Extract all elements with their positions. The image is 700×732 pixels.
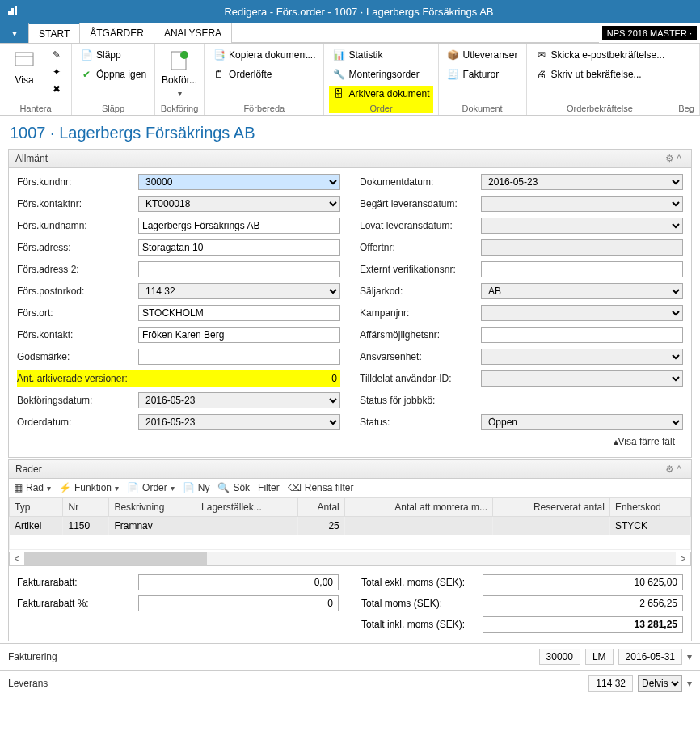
input-fors-postnrkod[interactable]: 114 32 (138, 283, 340, 299)
ribbon-monteringsorder[interactable]: 🔧Monteringsorder (329, 66, 432, 83)
svg-rect-4 (15, 53, 33, 66)
col-enhetskod[interactable]: Enhetskod (609, 498, 690, 517)
scroll-right-icon[interactable]: > (676, 553, 690, 565)
show-less-fields[interactable]: Visa färre fält (17, 431, 683, 452)
input-saljarkod[interactable]: AB (481, 283, 683, 299)
assembly-icon: 🔧 (332, 68, 345, 81)
col-antal[interactable]: Antal (297, 498, 344, 517)
input-fors-adress2[interactable] (138, 261, 340, 277)
toolbar-filter[interactable]: Filter (258, 482, 280, 493)
toolbar-order[interactable]: 📄Order (127, 482, 175, 493)
input-orderdatum[interactable]: 2016-05-23 (138, 414, 340, 430)
ribbon-utleveranser[interactable]: 📦Utleveranser (444, 47, 521, 63)
chevron-down-icon[interactable]: ▾ (687, 651, 692, 662)
ribbon-new[interactable]: ✦ (47, 64, 66, 80)
input-ansvarsenhet[interactable] (481, 349, 683, 365)
ribbon-kopiera-dokument[interactable]: 📑Kopiera dokument... (209, 47, 318, 63)
label-begart-leveransdatum: Begärt leveransdatum: (360, 198, 481, 209)
input-bokforingsdatum[interactable]: 2016-05-23 (138, 392, 340, 408)
value-fakturarabatt-pct[interactable]: 0 (138, 595, 339, 611)
col-lager[interactable]: Lagerställek... (196, 498, 298, 517)
ribbon-group-dokument: Dokument (444, 102, 521, 113)
input-fors-adress[interactable] (138, 239, 340, 256)
input-godsmarke[interactable] (138, 349, 340, 365)
rader-table[interactable]: Typ Nr Beskrivning Lagerställek... Antal… (9, 497, 691, 550)
value-fakturarabatt[interactable]: 0,00 (138, 574, 339, 590)
app-menu-button[interactable]: ▾ (0, 23, 29, 43)
input-affarsmojlighetsnr[interactable] (481, 327, 683, 343)
ribbon-orderlofte[interactable]: 🗒Orderlöfte (209, 66, 318, 83)
menu-bar: ▾ START ÅTGÄRDER ANALYSERA NPS 2016 MAST… (0, 23, 700, 44)
clear-filter-icon: ⌫ (288, 482, 302, 493)
input-status[interactable]: Öppen (481, 414, 683, 430)
statistics-icon: 📊 (332, 49, 345, 61)
section-fakturering[interactable]: Fakturering 30000 LM 2016-05-31 ▾ (0, 643, 700, 670)
section-title-fakturering: Fakturering (8, 651, 534, 662)
leverans-typ[interactable]: Delvis (638, 675, 682, 692)
label-fors-ort: Förs.ort: (17, 307, 138, 319)
ribbon-group-slapp: Släpp (77, 102, 150, 113)
input-begart-leveransdatum[interactable] (481, 196, 683, 212)
label-kampanjnr: Kampanjnr: (360, 307, 481, 319)
input-fors-kundnr[interactable]: 30000 (138, 174, 340, 190)
promise-icon: 🗒 (213, 68, 226, 81)
section-settings-icon[interactable]: ⚙ ^ (662, 153, 685, 164)
ribbon-arkivera-dokument[interactable]: 🗄Arkivera dokument (329, 86, 432, 102)
section-rader-settings-icon[interactable]: ⚙ ^ (662, 463, 685, 475)
input-kampanjnr[interactable] (481, 305, 683, 321)
toolbar-sok[interactable]: 🔍Sök (217, 482, 250, 493)
scroll-left-icon[interactable]: < (10, 553, 24, 565)
svg-point-7 (180, 51, 188, 59)
label-total-moms: Total moms (SEK): (361, 598, 483, 609)
ribbon-bokfor[interactable]: Bokför... (160, 47, 199, 102)
ribbon-skriv-ut[interactable]: 🖨Skriv ut bekräftelse... (532, 66, 668, 83)
input-dokumentdatum[interactable]: 2016-05-23 (481, 174, 683, 190)
horizontal-scrollbar[interactable]: < > (9, 552, 691, 566)
ribbon-visa[interactable]: Visa (5, 47, 44, 102)
table-row[interactable]: Artikel 1150 Framnav 25 STYCK (10, 517, 691, 535)
input-fors-kontaktnr[interactable]: KT000018 (138, 196, 340, 212)
col-beskrivning[interactable]: Beskrivning (109, 498, 196, 517)
ribbon-delete[interactable]: ✖ (47, 81, 66, 97)
app-icon (6, 4, 21, 19)
col-typ[interactable]: Typ (10, 498, 63, 517)
tab-analysera[interactable]: ANALYSERA (154, 23, 232, 43)
page-title: 1007 · Lagerbergs Försäkrings AB (0, 116, 700, 147)
col-nr[interactable]: Nr (63, 498, 109, 517)
tab-atgarder[interactable]: ÅTGÄRDER (79, 23, 154, 43)
ribbon-fakturor[interactable]: 🧾Fakturor (444, 66, 521, 83)
chevron-down-icon[interactable]: ▾ (687, 678, 692, 689)
scroll-thumb[interactable] (24, 552, 207, 565)
shipment-icon: 📦 (447, 49, 460, 61)
ribbon-slapp[interactable]: 📄Släpp (77, 47, 150, 63)
input-lovat-leveransdatum[interactable] (481, 218, 683, 234)
toolbar-ny[interactable]: 📄Ny (183, 482, 210, 493)
pencil-icon: ✎ (50, 49, 63, 61)
input-tilldelat-anvandar-id[interactable] (481, 370, 683, 387)
order-icon: 📄 (127, 482, 139, 493)
section-leverans[interactable]: Leverans 114 32 Delvis ▾ (0, 670, 700, 696)
input-externt-verifikationsnr[interactable] (481, 261, 683, 277)
table-row-empty[interactable] (10, 535, 691, 550)
section-rader: Rader ⚙ ^ ▦Rad ⚡Funktion 📄Order 📄Ny 🔍Sök… (8, 459, 692, 641)
svg-rect-1 (8, 11, 11, 15)
input-fors-kontakt[interactable] (138, 327, 340, 343)
tab-start[interactable]: START (28, 23, 80, 43)
title-bar: Redigera - Förs.order - 1007 · Lagerberg… (0, 0, 700, 23)
toolbar-rad[interactable]: ▦Rad (14, 482, 51, 493)
window-title: Redigera - Förs.order - 1007 · Lagerberg… (24, 6, 694, 18)
ribbon-oppna-igen[interactable]: ✔Öppna igen (77, 66, 150, 83)
ribbon-skicka-epost[interactable]: ✉Skicka e-postbekräftelse... (532, 47, 668, 63)
col-antal-att[interactable]: Antal att montera m... (344, 498, 492, 517)
input-offertnr (481, 239, 683, 256)
input-fors-ort[interactable] (138, 305, 340, 321)
ribbon-statistik[interactable]: 📊Statistik (329, 47, 432, 63)
input-fors-kundnamn[interactable] (138, 218, 340, 234)
toolbar-rensa-filter[interactable]: ⌫Rensa filter (288, 482, 354, 493)
toolbar-funktion[interactable]: ⚡Funktion (59, 482, 119, 493)
post-icon (168, 49, 191, 71)
row-icon: ▦ (14, 482, 23, 493)
col-reserverat[interactable]: Reserverat antal (492, 498, 609, 517)
ribbon-edit[interactable]: ✎ (47, 47, 66, 63)
label-lovat-leveransdatum: Lovat leveransdatum: (360, 220, 481, 231)
